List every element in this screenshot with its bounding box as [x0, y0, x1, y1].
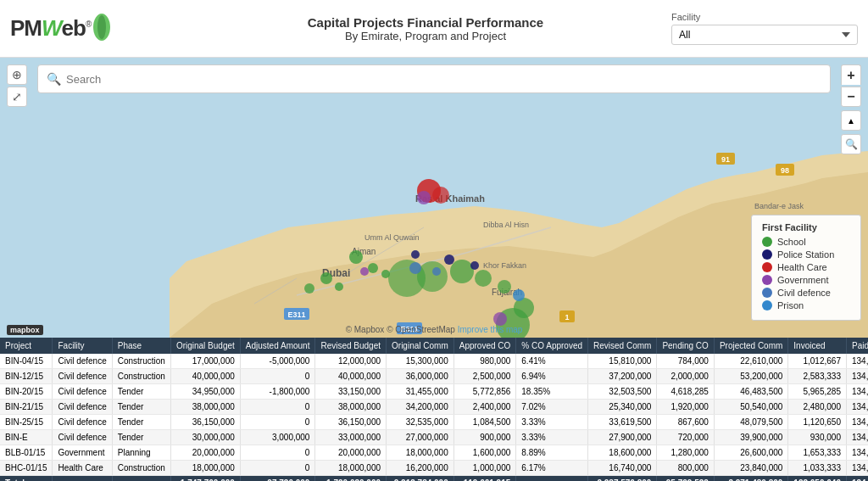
- cell-0-11: 22,610,000: [714, 354, 787, 369]
- total-cell-2: [112, 476, 170, 482]
- cell-4-13: 134,200,810: [846, 415, 868, 430]
- map-legend: First Facility School Police Station Hea…: [751, 215, 861, 321]
- svg-text:1: 1: [565, 313, 569, 322]
- cell-7-12: 1,033,333: [788, 461, 847, 476]
- col-adjusted: Adjusted Amount: [240, 338, 315, 354]
- total-cell-6: 2,213,784,000: [387, 476, 454, 482]
- svg-point-37: [320, 272, 332, 284]
- map-search-button[interactable]: 🔍: [841, 134, 861, 154]
- svg-point-34: [498, 280, 511, 294]
- cell-2-11: 46,483,500: [714, 384, 787, 400]
- page-title: Capital Projects Financial Performance B…: [180, 15, 671, 42]
- cell-1-0: BIN-12/15: [0, 369, 53, 384]
- cell-7-0: BHC-01/15: [0, 461, 53, 476]
- cell-0-1: Civil defence: [53, 354, 112, 369]
- cell-5-1: Civil defence: [53, 430, 112, 445]
- zoom-out-button[interactable]: −: [841, 87, 861, 107]
- col-projected-comm: Projected Comm: [714, 338, 787, 354]
- cell-2-5: 33,150,000: [315, 384, 387, 400]
- legend-item-health: Health Care: [762, 262, 850, 272]
- cell-7-9: 16,740,000: [588, 461, 657, 476]
- compass-button[interactable]: ▲: [841, 110, 861, 131]
- cell-7-11: 23,840,000: [714, 461, 787, 476]
- zoom-in-button[interactable]: +: [841, 64, 861, 85]
- cell-5-4: 3,000,000: [240, 430, 315, 445]
- cell-5-5: 33,000,000: [315, 430, 387, 445]
- title-main: Capital Projects Financial Performance: [180, 15, 671, 30]
- cell-3-12: 2,480,000: [788, 400, 847, 415]
- cell-0-9: 15,810,000: [588, 354, 657, 369]
- cell-7-4: 0: [240, 461, 315, 476]
- total-cell-9: 2,287,576,800: [588, 476, 657, 482]
- svg-point-33: [475, 270, 492, 287]
- app-header: PMWeb® Capital Projects Financial Perfor…: [0, 0, 868, 58]
- col-pct-approved: % CO Approved: [516, 338, 588, 354]
- legend-title: First Facility: [762, 222, 850, 232]
- cell-7-3: 18,000,000: [170, 461, 240, 476]
- total-cell-1: [53, 476, 112, 482]
- total-cell-8: [516, 476, 588, 482]
- svg-point-28: [368, 263, 378, 273]
- cell-2-6: 31,455,000: [387, 384, 454, 400]
- government-dot: [762, 275, 772, 285]
- cell-6-13: 134,200,810: [846, 445, 868, 461]
- school-dot: [762, 237, 772, 247]
- table-row: BIN-12/15Civil defenceConstruction40,000…: [0, 369, 868, 384]
- cell-0-8: 6.41%: [516, 354, 588, 369]
- cell-5-3: 30,000,000: [170, 430, 240, 445]
- cell-6-2: Planning: [112, 445, 170, 461]
- cell-6-0: BLB-01/15: [0, 445, 53, 461]
- map-controls-left: ⊕ ⤢: [7, 64, 27, 107]
- cell-4-10: 867,600: [657, 415, 714, 430]
- map-container: E311 E311 91 98 1 Dubai Ajman Umm Al Quw…: [0, 58, 868, 338]
- improve-map-link[interactable]: Improve this map: [458, 325, 523, 334]
- map-attribution: © Mapbox © OpenStreetMap Improve this ma…: [346, 325, 523, 334]
- cell-4-5: 36,150,000: [315, 415, 387, 430]
- financial-table: Project Facility Phase Original Budget A…: [0, 338, 868, 481]
- facility-select[interactable]: All School Police Station Health Care Go…: [671, 25, 858, 45]
- svg-text:Bandar-e Jask: Bandar-e Jask: [754, 202, 804, 210]
- svg-point-50: [513, 289, 525, 301]
- cell-0-4: -5,000,000: [240, 354, 315, 369]
- col-pending-co: Pending CO: [657, 338, 714, 354]
- cell-4-7: 1,084,500: [453, 415, 516, 430]
- cell-5-11: 39,900,000: [714, 430, 787, 445]
- attribution-text: © Mapbox © OpenStreetMap: [346, 325, 455, 334]
- expand-button[interactable]: ⤢: [7, 87, 27, 107]
- cell-1-10: 2,000,000: [657, 369, 714, 384]
- search-input[interactable]: [66, 73, 821, 86]
- cell-3-5: 38,000,000: [315, 400, 387, 415]
- mapbox-logo: mapbox: [7, 325, 43, 334]
- facility-filter-area: Facility All School Police Station Healt…: [671, 12, 858, 45]
- cell-6-5: 20,000,000: [315, 445, 387, 461]
- total-cell-7: 119,661,915: [453, 476, 516, 482]
- svg-text:Dibba Al Hisn: Dibba Al Hisn: [483, 221, 529, 229]
- cell-4-4: 0: [240, 415, 315, 430]
- cell-4-8: 3.33%: [516, 415, 588, 430]
- cell-0-2: Construction: [112, 354, 170, 369]
- cell-6-11: 26,600,000: [714, 445, 787, 461]
- cell-6-8: 8.89%: [516, 445, 588, 461]
- zoom-controls: + − ▲ 🔍: [841, 64, 861, 154]
- cell-4-12: 1,120,650: [788, 415, 847, 430]
- cell-3-0: BIN-21/15: [0, 400, 53, 415]
- cell-1-7: 2,500,000: [453, 369, 516, 384]
- cell-0-10: 784,000: [657, 354, 714, 369]
- cell-6-4: 0: [240, 445, 315, 461]
- cell-2-9: 32,503,500: [588, 384, 657, 400]
- cell-7-8: 6.17%: [516, 461, 588, 476]
- table-row: BIN-25/15Civil defenceTender36,150,00003…: [0, 415, 868, 430]
- total-cell-13: 134,200,810: [846, 476, 868, 482]
- legend-item-civil: Civil defence: [762, 288, 850, 298]
- legend-label-civil: Civil defence: [777, 288, 831, 298]
- svg-point-47: [417, 191, 431, 204]
- col-project: Project: [0, 338, 53, 354]
- svg-text:Umm Al Quwain: Umm Al Quwain: [364, 233, 420, 242]
- cell-2-7: 5,772,856: [453, 384, 516, 400]
- table-row: BIN-20/15Civil defenceTender34,950,000-1…: [0, 384, 868, 400]
- cell-2-8: 18.35%: [516, 384, 588, 400]
- cell-2-12: 5,965,285: [788, 384, 847, 400]
- civil-dot: [762, 288, 772, 298]
- locate-button[interactable]: ⊕: [7, 64, 27, 85]
- table-row: BIN-04/15Civil defenceConstruction17,000…: [0, 354, 868, 369]
